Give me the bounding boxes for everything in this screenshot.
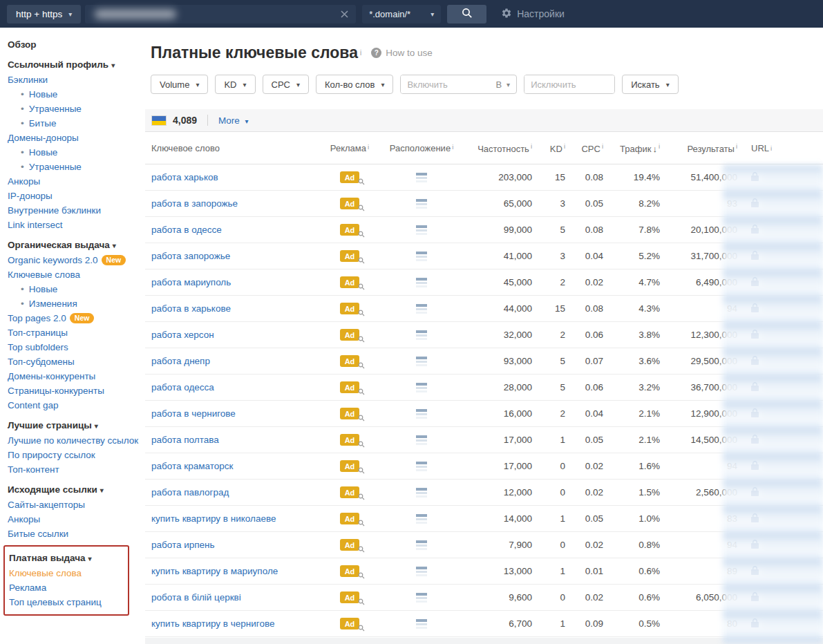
serp-position-icon[interactable]	[416, 252, 427, 261]
column-header[interactable]: Частотностьi	[463, 142, 532, 154]
ad-badge[interactable]: Ad	[340, 408, 359, 419]
sidebar-item[interactable]: Топ-контент	[8, 462, 140, 477]
sidebar-section-header[interactable]: Органическая выдача▾	[8, 238, 140, 253]
sidebar-item[interactable]: Реклама	[9, 580, 124, 595]
sidebar-item[interactable]: Top pages 2.0New	[8, 311, 140, 325]
keyword-link[interactable]: работа в чернигове	[151, 408, 236, 419]
filter-dropdown-button[interactable]: KD▾	[215, 75, 255, 94]
serp-position-icon[interactable]	[416, 304, 427, 314]
serp-position-icon[interactable]	[416, 488, 427, 498]
sidebar-item-active[interactable]: Ключевые слова	[9, 566, 124, 580]
serp-position-icon[interactable]	[416, 593, 427, 603]
blurred-url-text[interactable]	[762, 225, 821, 234]
sidebar-item[interactable]: Анкоры	[8, 174, 140, 189]
column-header[interactable]: KDi	[532, 142, 565, 154]
more-dropdown[interactable]: More ▾	[218, 115, 249, 126]
ad-badge[interactable]: Ad	[340, 434, 359, 446]
sidebar-item[interactable]: Страницы-конкуренты	[8, 383, 140, 398]
serp-position-icon[interactable]	[416, 567, 427, 576]
how-to-use-link[interactable]: How to use	[386, 48, 433, 58]
help-question-icon[interactable]: ?	[371, 48, 381, 58]
ad-badge[interactable]: Ad	[340, 486, 359, 498]
ad-badge[interactable]: Ad	[340, 513, 359, 524]
sidebar-item[interactable]: Organic keywords 2.0New	[8, 253, 140, 267]
keyword-link[interactable]: купить квартиру в николаеве	[151, 513, 276, 524]
keyword-link[interactable]: работа запорожье	[151, 251, 230, 261]
serp-position-icon[interactable]	[416, 173, 427, 182]
serp-position-icon[interactable]	[416, 199, 427, 209]
sidebar-subitem[interactable]: •Утраченные	[8, 160, 140, 174]
keyword-link[interactable]: купить квартиру в мариуполе	[151, 566, 278, 576]
keyword-link[interactable]: работа в харькове	[151, 303, 231, 314]
filter-dropdown-button[interactable]: CPC▾	[263, 75, 309, 94]
blurred-url-text[interactable]	[762, 593, 821, 602]
column-header[interactable]: Рекламаi	[319, 143, 380, 153]
target-mode-dropdown[interactable]: *.domain/* ▾	[362, 5, 441, 23]
blurred-url-text[interactable]	[762, 199, 821, 208]
keyword-link[interactable]: работа краматорск	[151, 461, 233, 471]
blurred-url-text[interactable]	[762, 540, 821, 549]
sidebar-item[interactable]: Бэклинки	[8, 73, 140, 87]
sidebar-section-header[interactable]: Лучшие страницы▾	[8, 418, 140, 433]
blurred-url-text[interactable]	[762, 567, 821, 576]
filter-dropdown-button[interactable]: Кол-во слов▾	[316, 75, 393, 94]
column-header[interactable]: Результатыi	[660, 142, 737, 154]
ad-badge[interactable]: Ad	[340, 618, 359, 629]
keyword-link[interactable]: работа в запорожье	[151, 198, 238, 209]
keyword-link[interactable]: работа днепр	[151, 356, 210, 366]
sidebar-section-header[interactable]: Исходящие ссылки▾	[8, 482, 140, 498]
blurred-url-text[interactable]	[762, 252, 821, 261]
ad-badge[interactable]: Ad	[340, 565, 359, 577]
blurred-url-text[interactable]	[762, 514, 821, 523]
sidebar-subitem[interactable]: •Новые	[8, 145, 140, 160]
ad-badge[interactable]: Ad	[340, 460, 359, 472]
include-input[interactable]	[401, 75, 489, 93]
keyword-link[interactable]: работа харьков	[151, 172, 218, 182]
ad-badge[interactable]: Ad	[340, 171, 359, 183]
blurred-url-text[interactable]	[762, 619, 821, 628]
blurred-url-text[interactable]	[762, 330, 821, 339]
sidebar-section-header[interactable]: Платная выдача▾	[9, 551, 124, 566]
keyword-link[interactable]: робота в білій церкві	[151, 592, 241, 603]
blurred-url-text[interactable]	[762, 383, 821, 392]
sidebar-item[interactable]: Топ-субдомены	[8, 354, 140, 369]
sidebar-item[interactable]: Лучшие по количеству ссылок	[8, 433, 140, 448]
serp-position-icon[interactable]	[416, 357, 427, 366]
ad-badge[interactable]: Ad	[340, 591, 359, 603]
serp-position-icon[interactable]	[416, 225, 427, 235]
serp-position-icon[interactable]	[416, 514, 427, 524]
keyword-link[interactable]: работа павлоград	[151, 487, 229, 498]
clear-input-icon[interactable]	[339, 9, 350, 19]
keyword-link[interactable]: купить квартиру в чернигове	[151, 618, 275, 629]
column-header[interactable]: Трафик↓i	[603, 142, 660, 154]
exclude-input[interactable]	[524, 75, 614, 93]
sidebar-item[interactable]: Топ-страницы	[8, 325, 140, 340]
keyword-link[interactable]: работа в одессе	[151, 225, 222, 235]
sidebar-item[interactable]: Content gap	[8, 398, 140, 413]
ad-badge[interactable]: Ad	[340, 381, 359, 393]
sidebar-item[interactable]: Анкоры	[8, 512, 140, 527]
blurred-url-text[interactable]	[762, 304, 821, 313]
ad-badge[interactable]: Ad	[340, 329, 359, 341]
sidebar-item[interactable]: Link intersect	[8, 218, 140, 232]
blurred-url-text[interactable]	[762, 462, 821, 471]
sidebar-item[interactable]: Внутренние бэклинки	[8, 203, 140, 218]
sidebar-subitem[interactable]: •Новые	[8, 87, 140, 102]
search-apply-dropdown[interactable]: Искать ▾	[622, 75, 679, 94]
serp-position-icon[interactable]	[416, 540, 427, 550]
keyword-link[interactable]: работа полтава	[151, 435, 219, 445]
filter-dropdown-button[interactable]: Volume▾	[151, 75, 208, 94]
keyword-link[interactable]: работа ирпень	[151, 540, 215, 550]
ad-badge[interactable]: Ad	[340, 539, 359, 551]
settings-button[interactable]: Настройки	[501, 8, 565, 21]
sidebar-item[interactable]: Top subfolders	[8, 340, 140, 354]
blurred-url-text[interactable]	[762, 409, 821, 418]
search-button[interactable]	[447, 5, 486, 23]
ad-badge[interactable]: Ad	[340, 355, 359, 367]
column-header[interactable]: Ключевое слово	[145, 143, 319, 153]
column-header[interactable]: CPCi	[565, 142, 603, 154]
keyword-link[interactable]: работа одесса	[151, 382, 214, 392]
sidebar-item[interactable]: Домены-доноры	[8, 131, 140, 145]
sidebar-subitem[interactable]: •Изменения	[8, 296, 140, 311]
sidebar-item[interactable]: Сайты-акцепторы	[8, 498, 140, 512]
